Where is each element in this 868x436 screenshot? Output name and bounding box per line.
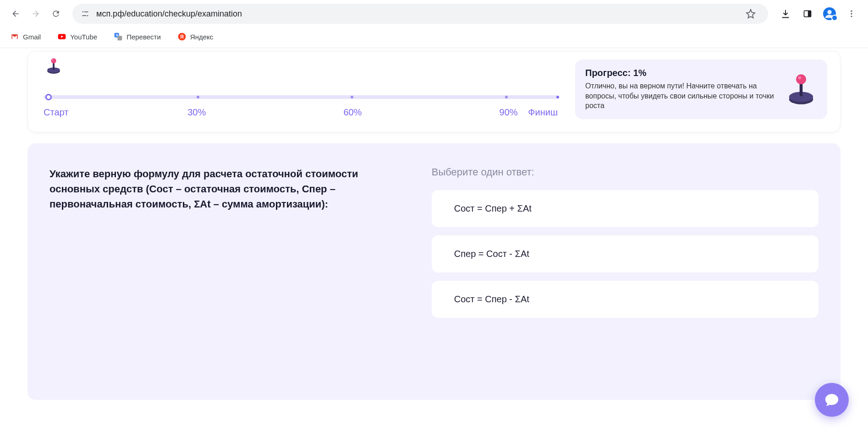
svg-rect-5 <box>808 11 811 16</box>
bookmark-label: Яндекс <box>190 33 213 41</box>
svg-point-9 <box>851 16 852 17</box>
side-panel-button[interactable] <box>798 5 817 23</box>
reload-icon <box>51 9 60 18</box>
translate-icon: A <box>114 32 123 41</box>
progress-info-panel: Прогресс: 1% Отлично, вы на верном пути!… <box>575 60 827 119</box>
progress-dot-90 <box>505 96 508 98</box>
svg-rect-3 <box>82 15 86 16</box>
address-bar[interactable]: мсп.рф/education/checkup/examination <box>72 4 768 24</box>
yandex-icon: Я <box>177 32 187 41</box>
profile-button[interactable] <box>820 5 839 23</box>
joystick-large-icon <box>785 73 817 105</box>
bookmarks-bar: Gmail YouTube A Перевести Я Яндекс <box>0 27 868 48</box>
progress-label-30: 30% <box>187 107 206 118</box>
answer-option-text: Сост = Спер + ΣАt <box>454 203 532 213</box>
svg-point-6 <box>827 10 831 14</box>
youtube-icon <box>57 32 66 41</box>
progress-dot-60 <box>351 96 353 98</box>
answers-area: Выберите один ответ: Сост = Спер + ΣАt С… <box>410 143 841 400</box>
chat-icon <box>824 392 840 408</box>
svg-rect-1 <box>84 11 88 12</box>
joystick-icon <box>44 57 63 75</box>
svg-point-24 <box>796 74 806 84</box>
progress-track-area: Старт 30% 60% 90% Финиш <box>41 60 560 119</box>
bookmark-label: YouTube <box>70 33 97 41</box>
downloads-button[interactable] <box>776 5 795 23</box>
star-icon <box>746 9 756 19</box>
progress-title: Прогресс: 1% <box>585 68 776 78</box>
profile-avatar-icon <box>823 7 836 20</box>
arrow-left-icon <box>11 9 20 18</box>
bookmark-translate[interactable]: A Перевести <box>111 30 164 43</box>
question-text: Укажите верную формулу для расчета остат… <box>49 166 388 212</box>
progress-label-start: Старт <box>44 107 68 118</box>
answer-option-3[interactable]: Сост = Спер - ΣАt <box>432 281 819 318</box>
progress-label-60: 60% <box>343 107 362 118</box>
bookmark-gmail[interactable]: Gmail <box>7 30 44 43</box>
svg-point-25 <box>798 76 801 79</box>
kebab-icon <box>847 9 856 18</box>
reload-button[interactable] <box>48 5 64 22</box>
question-panel: Укажите верную формулу для расчета остат… <box>27 143 841 400</box>
browser-menu-button[interactable] <box>842 5 861 23</box>
progress-dot-end <box>556 96 559 98</box>
forward-button[interactable] <box>27 5 44 22</box>
back-button[interactable] <box>7 5 24 22</box>
svg-point-19 <box>51 58 56 63</box>
gmail-icon <box>10 32 19 41</box>
svg-point-0 <box>82 11 84 13</box>
answer-option-text: Сост = Спер - ΣАt <box>454 294 529 304</box>
svg-point-8 <box>851 13 852 14</box>
progress-label-finish: Финиш <box>528 107 558 118</box>
answer-option-2[interactable]: Спер = Сост - ΣАt <box>432 235 819 272</box>
bookmark-label: Перевести <box>126 33 161 41</box>
question-text-area: Укажите верную формулу для расчета остат… <box>27 143 410 400</box>
answers-title: Выберите один ответ: <box>432 166 819 178</box>
progress-card: Старт 30% 60% 90% Финиш Прогресс: 1% Отл… <box>27 51 841 132</box>
progress-description: Отлично, вы на верном пути! Начните отве… <box>585 81 776 111</box>
chat-button[interactable] <box>815 383 849 417</box>
svg-point-20 <box>52 59 54 61</box>
site-settings-icon[interactable] <box>81 9 90 18</box>
progress-track <box>44 95 558 99</box>
svg-text:Я: Я <box>180 34 184 39</box>
answer-option-1[interactable]: Сост = Спер + ΣАt <box>432 190 819 227</box>
arrow-right-icon <box>31 9 40 18</box>
url-text: мсп.рф/education/checkup/examination <box>96 9 735 19</box>
download-icon <box>780 9 791 19</box>
svg-rect-12 <box>117 36 122 40</box>
browser-toolbar: мсп.рф/education/checkup/examination <box>0 0 868 27</box>
progress-dot-30 <box>197 96 199 98</box>
progress-label-90: 90% <box>500 107 518 118</box>
bookmark-yandex[interactable]: Я Яндекс <box>175 30 216 43</box>
svg-point-2 <box>87 15 88 16</box>
bookmark-youtube[interactable]: YouTube <box>55 30 100 43</box>
svg-point-7 <box>851 11 852 12</box>
answer-option-text: Спер = Сост - ΣАt <box>454 249 529 259</box>
progress-thumb <box>45 94 52 100</box>
svg-text:A: A <box>116 33 118 37</box>
bookmark-label: Gmail <box>23 33 41 41</box>
side-panel-icon <box>803 9 812 18</box>
bookmark-star-button[interactable] <box>742 5 760 23</box>
